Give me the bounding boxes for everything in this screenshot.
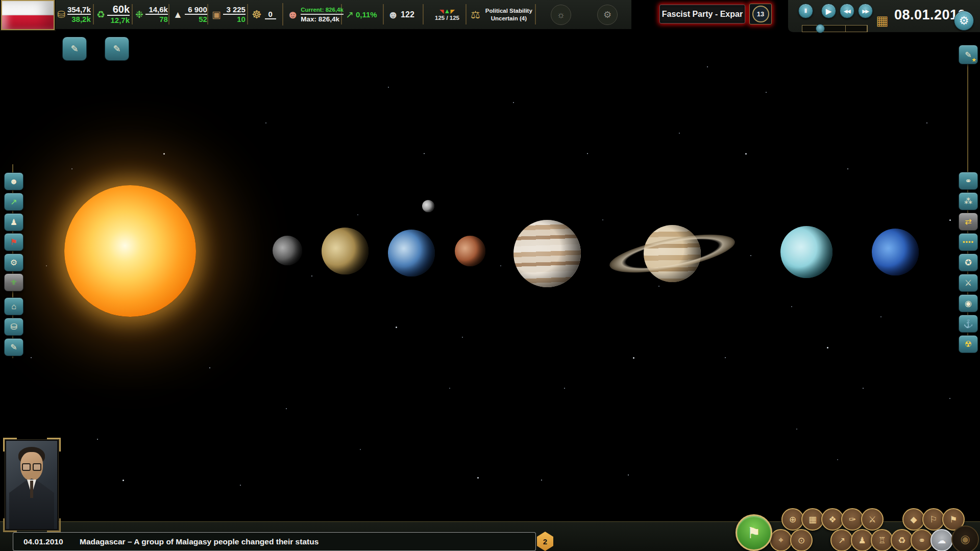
party-badge-count: 13: [752, 6, 769, 22]
stability-group[interactable]: ⚖ Political Stability Uncertain (4): [471, 0, 533, 29]
idea-lightbulb-button[interactable]: ☼: [551, 5, 571, 25]
technology-map-mode-button[interactable]: ▦: [801, 508, 824, 531]
news-count: 2: [543, 537, 547, 546]
globe-map-mode-button[interactable]: ⊕: [781, 508, 804, 531]
coins-icon: ⛁: [57, 10, 65, 19]
edict-scroll-button-1[interactable]: ✎: [62, 37, 87, 61]
game-speed-slider[interactable]: [802, 25, 868, 32]
puzzle-icon: ❖: [828, 514, 836, 525]
house-wrench-icon: ⌂: [11, 302, 16, 311]
moon: [422, 200, 434, 212]
planet-mars: [455, 236, 485, 266]
ruling-party-label: Fascist Party - Expar: [662, 10, 743, 19]
claims-map-mode-button[interactable]: ⚐: [922, 508, 945, 531]
capacity-group[interactable]: ◥ ▲ ◤ 125 / 125: [431, 0, 463, 29]
laws-scroll-icon: ✎: [10, 342, 17, 352]
three-people-icon: ♟: [858, 535, 866, 546]
planet-mercury: [273, 236, 302, 265]
statistics-map-mode-button[interactable]: ↗: [830, 529, 853, 551]
portrait-frame-corner: [47, 438, 61, 452]
sidebar-right-organizations[interactable]: ⁂: [959, 192, 978, 210]
sidebar-right-military[interactable]: ✪: [959, 254, 978, 271]
leader-portrait[interactable]: [5, 440, 58, 530]
idea-lightbulb-gear-button[interactable]: ⚙: [597, 5, 618, 25]
food-crystal-icon: ❉: [135, 10, 143, 19]
overlay-globe-button[interactable]: ◉: [951, 525, 979, 551]
sidebar-right-navy[interactable]: ⚓: [959, 315, 978, 333]
resource-money[interactable]: ⛁ 354,7k 38,2k: [57, 0, 91, 29]
country-flag-poland[interactable]: [1, 0, 55, 30]
weather-map-mode-button[interactable]: ☁: [930, 529, 953, 551]
map-paint-flag-button[interactable]: ⚑: [736, 514, 772, 551]
resource-shipping[interactable]: ☸ 0: [252, 0, 276, 29]
population-group[interactable]: ☻ Current: 826,4k Max: 826,4k: [287, 0, 344, 29]
sidebar-left-achievements[interactable]: ⚜: [4, 273, 23, 291]
capacity-value: 125 / 125: [435, 15, 459, 21]
sidebar-right-trade[interactable]: ⇄: [959, 213, 978, 231]
ruling-party-button[interactable]: Fascist Party - Expar: [659, 5, 745, 23]
growth-group[interactable]: ↗ 0,11%: [346, 0, 377, 29]
party-badge-button[interactable]: 13: [749, 4, 772, 24]
money-total: 354,7k: [67, 5, 91, 15]
population-map-mode-button[interactable]: ♟: [851, 529, 873, 551]
resources-map-mode-button[interactable]: ◆: [902, 508, 925, 531]
sidebar-left-population[interactable]: ♟: [4, 213, 23, 231]
laurel-flag-icon: ⚜: [10, 278, 17, 287]
lightbulb-gear-icon: ⚙: [603, 9, 611, 20]
edict-scroll-button-2[interactable]: ✎: [105, 37, 129, 61]
relations-map-mode-button[interactable]: ⚭: [911, 529, 933, 551]
sidebar-left-budget[interactable]: ⛁: [4, 318, 23, 336]
globe-grid-icon: ⊕: [789, 514, 796, 525]
sidebar-right-diplomacy[interactable]: ⚭: [959, 172, 978, 190]
sidebar-left-research[interactable]: ⚙: [4, 254, 23, 271]
advisors-group[interactable]: ☻ 122: [387, 0, 414, 29]
puzzle-map-mode-button[interactable]: ❖: [821, 508, 844, 531]
territory-flag-icon: ⚑: [10, 237, 17, 247]
shipping-total: 0: [265, 10, 276, 19]
sun-cloud-icon: ☁: [938, 535, 946, 546]
sidebar-left-territory[interactable]: ⚑: [4, 233, 23, 251]
swords-icon: ⚔: [868, 514, 876, 525]
planet-uranus: [780, 226, 832, 278]
fast-forward-button[interactable]: ▶▶: [858, 4, 873, 18]
settings-button[interactable]: ⚙: [954, 11, 974, 31]
starred-treaty-button[interactable]: ✎ ★: [959, 45, 978, 64]
sidebar-left-government[interactable]: ☻: [4, 172, 23, 190]
globe-swords-icon: ⚔: [965, 278, 972, 288]
cycle-map-mode-button[interactable]: ♻: [891, 529, 913, 551]
terrain-map-mode-button[interactable]: ⌖: [770, 529, 792, 551]
rewind-button[interactable]: ◀◀: [840, 4, 854, 18]
military-map-mode-button[interactable]: ⚔: [861, 508, 884, 531]
sidebar-right-covert-ops[interactable]: ••••: [959, 233, 978, 251]
resource-goods[interactable]: ▣ 3 225 10: [212, 0, 246, 29]
contract-icon: ✑: [849, 514, 856, 525]
resource-conversion[interactable]: ♻ 60k 12,7k: [96, 0, 130, 29]
map-pin-icon: ⌖: [778, 535, 783, 545]
star-icon: ★: [971, 57, 976, 63]
sidebar-right-wars[interactable]: ⚔: [959, 274, 978, 292]
power-map-mode-button[interactable]: ⊙: [790, 529, 813, 551]
sidebar-right-nuclear[interactable]: ☢: [959, 335, 978, 353]
agreements-map-mode-button[interactable]: ✑: [841, 508, 864, 531]
sun: [64, 185, 196, 317]
news-ticker[interactable]: 04.01.2010 Madagascar – A group of Malag…: [13, 532, 536, 551]
play-button[interactable]: ▶: [821, 4, 836, 18]
population-crowd-icon: ☻: [287, 9, 299, 20]
sidebar-left-laws[interactable]: ✎: [4, 338, 23, 356]
head-silhouette-icon: ☻: [387, 9, 399, 20]
conversion-total: 60k: [107, 4, 130, 16]
conversion-income: 12,7k: [107, 16, 130, 25]
speed-slider-knob[interactable]: [816, 24, 825, 33]
sidebar-left-economy[interactable]: ↗: [4, 193, 23, 211]
pause-button[interactable]: Ⅱ: [798, 4, 813, 18]
spy-icon: ◉: [965, 298, 972, 308]
sidebar-left-construction[interactable]: ⌂: [4, 297, 23, 315]
planet-venus: [322, 228, 369, 274]
crystals-icon: ◆: [910, 514, 917, 525]
government-map-mode-button[interactable]: ♖: [871, 529, 893, 551]
government-people-icon: ☻: [10, 177, 18, 186]
handshake-icon: ⚭: [965, 176, 971, 186]
resource-minerals[interactable]: ▲ 6 900 52: [173, 0, 207, 29]
sidebar-right-espionage[interactable]: ◉: [959, 294, 978, 312]
resource-food[interactable]: ❉ 14,6k 78: [135, 0, 168, 29]
